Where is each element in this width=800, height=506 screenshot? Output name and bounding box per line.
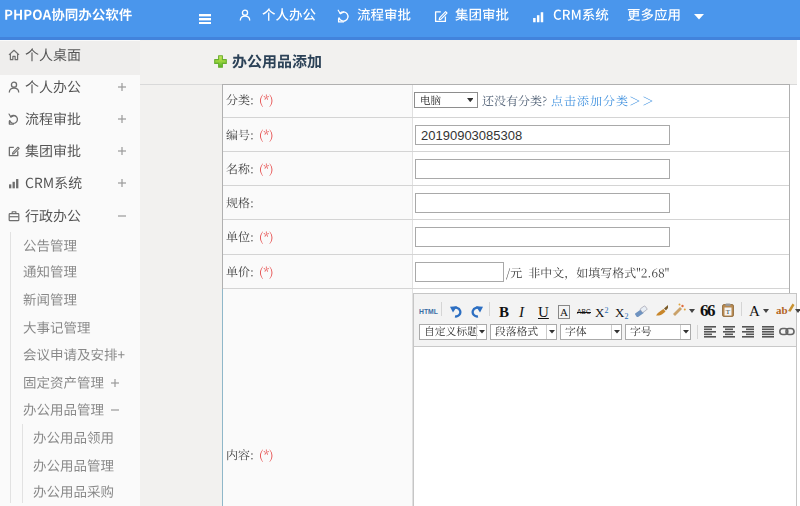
svg-text:T: T <box>726 308 731 316</box>
